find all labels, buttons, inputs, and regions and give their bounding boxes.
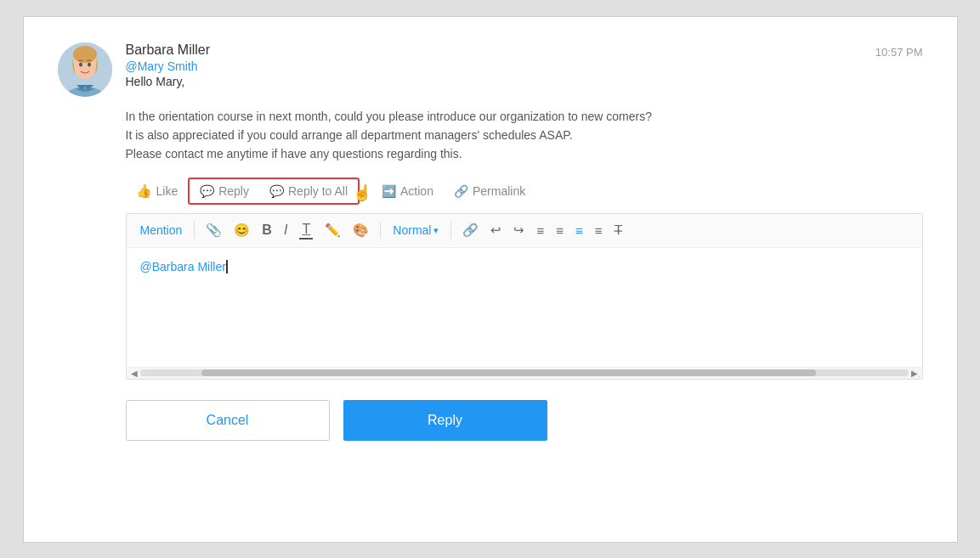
reply-all-label: Reply to All xyxy=(288,184,348,198)
ordered-list-icon: ≡ xyxy=(556,223,564,238)
email-card: Barbara Miller @Mary Smith Hello Mary, 1… xyxy=(23,16,958,543)
body-line-1: In the orientation course in next month,… xyxy=(126,107,923,126)
mention-button[interactable]: Mention xyxy=(135,221,188,240)
align-right-icon: ≡ xyxy=(595,223,603,238)
format-dropdown[interactable]: Normal ▾ xyxy=(388,221,444,240)
like-button[interactable]: 👍 Like xyxy=(126,178,189,204)
action-label: Action xyxy=(400,184,433,198)
toolbar-divider-3 xyxy=(450,222,451,239)
reply-button[interactable]: 💬 Reply xyxy=(190,179,259,203)
resize-handle-icon[interactable]: ⋱ xyxy=(912,369,922,379)
ordered-list-button[interactable]: ≡ xyxy=(552,221,568,240)
scrollbar-area: ◀ ▶ ⋱ xyxy=(127,367,922,379)
action-bar: 👍 Like 💬 Reply 💬 Reply to All ☝️ ➡️ Acti… xyxy=(126,178,923,205)
permalink-label: Permalink xyxy=(473,184,525,198)
undo-icon: ↩ xyxy=(490,223,501,238)
align-left-icon: ≡ xyxy=(575,223,583,238)
like-icon: 👍 xyxy=(136,183,152,199)
editor-mention: @Barbara Miller xyxy=(140,260,226,273)
edit-area[interactable]: @Barbara Miller xyxy=(127,248,922,367)
svg-point-4 xyxy=(79,62,82,66)
bold-button[interactable]: B xyxy=(258,220,276,240)
redo-button[interactable]: ↪ xyxy=(509,220,529,240)
unordered-list-button[interactable]: ≡ xyxy=(532,221,548,240)
text-cursor xyxy=(226,260,228,273)
attach-icon: 📎 xyxy=(206,223,222,238)
redo-icon: ↪ xyxy=(513,223,524,238)
cursor-icon: ☝️ xyxy=(353,183,371,202)
greeting-text: Hello Mary, xyxy=(126,75,211,88)
highlight-button[interactable]: ✏️ xyxy=(320,220,345,240)
reply-submit-button[interactable]: Reply xyxy=(343,400,547,441)
cancel-button[interactable]: Cancel xyxy=(126,400,330,441)
highlight-icon: ✏️ xyxy=(325,223,341,238)
link-button[interactable]: 🔗 xyxy=(458,220,483,240)
reply-all-button[interactable]: 💬 Reply to All xyxy=(259,179,358,203)
editor-wrapper: Mention 📎 😊 B I T ✏️ xyxy=(126,213,923,380)
button-row: Cancel Reply xyxy=(126,400,923,441)
align-left-button[interactable]: ≡ xyxy=(571,221,587,240)
body-line-3: Please contact me anytime if have any qu… xyxy=(126,144,923,163)
scrollbar-thumb[interactable] xyxy=(201,369,816,376)
email-body: In the orientation course in next month,… xyxy=(126,107,923,164)
action-button[interactable]: ➡️ Action xyxy=(371,179,444,203)
underline-button[interactable]: T xyxy=(295,219,317,242)
scroll-left-icon[interactable]: ◀ xyxy=(128,369,140,378)
editor-toolbar: Mention 📎 😊 B I T ✏️ xyxy=(127,214,922,248)
bold-icon: B xyxy=(262,223,272,238)
timestamp: 10:57 PM xyxy=(875,46,923,59)
format-label: Normal xyxy=(393,223,431,237)
reply-label: Reply xyxy=(218,184,249,198)
body-line-2: It is also appreciated if you could arra… xyxy=(126,126,923,144)
attach-button[interactable]: 📎 xyxy=(201,220,226,240)
sender-name: Barbara Miller xyxy=(126,42,211,58)
align-right-button[interactable]: ≡ xyxy=(591,221,607,240)
sender-mention[interactable]: @Mary Smith xyxy=(126,59,211,73)
permalink-icon: 🔗 xyxy=(454,184,468,198)
emoji-button[interactable]: 😊 xyxy=(229,220,254,240)
like-label: Like xyxy=(156,184,178,198)
color-button[interactable]: 🎨 xyxy=(348,220,373,240)
italic-icon: I xyxy=(284,223,287,238)
action-icon: ➡️ xyxy=(382,184,396,198)
emoji-icon: 😊 xyxy=(234,223,250,238)
svg-point-5 xyxy=(88,62,91,66)
reply-all-icon: 💬 xyxy=(269,184,284,198)
toolbar-divider-1 xyxy=(194,222,195,239)
sender-info: Barbara Miller @Mary Smith Hello Mary, xyxy=(126,42,211,88)
clear-format-button[interactable]: T̶ xyxy=(610,220,626,240)
reply-group-highlight: 💬 Reply 💬 Reply to All xyxy=(188,178,360,205)
email-header: Barbara Miller @Mary Smith Hello Mary, 1… xyxy=(58,42,923,97)
unordered-list-icon: ≡ xyxy=(536,223,544,238)
reply-icon: 💬 xyxy=(200,184,214,198)
dropdown-chevron-icon: ▾ xyxy=(433,225,439,236)
svg-point-3 xyxy=(73,46,97,63)
avatar xyxy=(58,42,112,97)
clear-format-icon: T̶ xyxy=(615,223,622,238)
scrollbar-track[interactable] xyxy=(140,369,909,376)
italic-button[interactable]: I xyxy=(280,220,292,240)
underline-icon: T xyxy=(299,222,313,240)
email-header-left: Barbara Miller @Mary Smith Hello Mary, xyxy=(58,42,211,97)
permalink-button[interactable]: 🔗 Permalink xyxy=(444,179,535,203)
toolbar-divider-2 xyxy=(380,222,381,239)
color-icon: 🎨 xyxy=(353,223,369,238)
link-icon: 🔗 xyxy=(462,223,479,238)
undo-button[interactable]: ↩ xyxy=(486,220,506,240)
